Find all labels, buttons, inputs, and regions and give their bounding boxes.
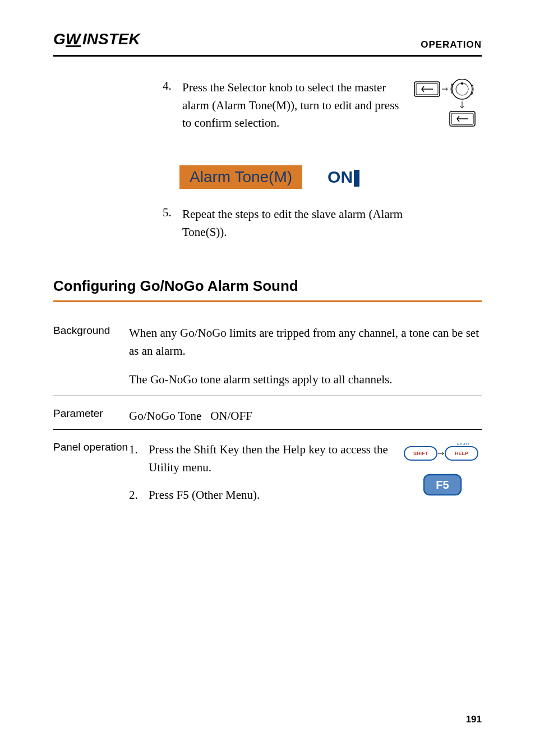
- background-row: Background When any Go/NoGo limits are t…: [53, 324, 482, 396]
- shift-label-text: SHIFT: [413, 451, 428, 456]
- parameter-row: Parameter Go/NoGo Tone ON/OFF: [53, 403, 482, 430]
- f5-key-icon: F5: [403, 474, 482, 502]
- brand-logo: G W INSTEK: [53, 31, 160, 52]
- step-text: Press F5 (Other Menu).: [149, 486, 403, 504]
- alarm-tone-label: Alarm Tone(M): [179, 165, 302, 189]
- section-label: OPERATION: [421, 39, 482, 50]
- svg-text:G: G: [53, 31, 66, 48]
- panel-step-2: 2. Press F5 (Other Menu).: [129, 486, 403, 504]
- cursor-icon: [354, 170, 359, 187]
- shift-help-icon: UTILITY SHIFT HELP: [403, 441, 482, 467]
- info-content: Go/NoGo Tone ON/OFF: [129, 407, 482, 425]
- info-label: Background: [53, 324, 129, 389]
- svg-text:INSTEK: INSTEK: [82, 31, 141, 48]
- page-number: 191: [466, 714, 482, 725]
- step-text: Repeat the steps to edit the slave alarm…: [182, 206, 409, 241]
- page-header: G W INSTEK OPERATION: [53, 31, 482, 57]
- step-number: 1.: [129, 441, 149, 476]
- alarm-display: Alarm Tone(M) ON: [179, 165, 482, 189]
- info-label: Parameter: [53, 407, 129, 425]
- svg-point-6: [456, 83, 468, 95]
- panel-operation-row: Panel operation 1. Press the Shift Key t…: [53, 437, 482, 521]
- info-content: When any Go/NoGo limits are tripped from…: [129, 324, 482, 389]
- panel-content: 1. Press the Shift Key then the Help key…: [129, 441, 482, 514]
- section-title: Configuring Go/NoGo Alarm Sound: [53, 277, 482, 302]
- svg-text:W: W: [66, 31, 82, 48]
- background-p1: When any Go/NoGo limits are tripped from…: [129, 324, 482, 360]
- step-5-row: 5. Repeat the steps to edit the slave al…: [53, 206, 482, 241]
- svg-point-5: [452, 79, 472, 99]
- selector-knob-icon: [409, 79, 482, 137]
- step-text: Press the Shift Key then the Help key to…: [149, 441, 403, 476]
- utility-label-text: UTILITY: [457, 442, 469, 446]
- background-p2: The Go-NoGo tone alarm settings apply to…: [129, 371, 482, 389]
- alarm-state: ON: [328, 168, 359, 187]
- panel-step-1: 1. Press the Shift Key then the Help key…: [129, 441, 403, 476]
- step-number: 4.: [163, 79, 182, 137]
- svg-point-7: [461, 82, 463, 85]
- f5-label-text: F5: [436, 479, 449, 491]
- step-number: 5.: [163, 206, 182, 241]
- step-text: Press the Selector knob to select the ma…: [182, 79, 409, 137]
- step-number: 2.: [129, 486, 149, 504]
- help-label-text: HELP: [455, 451, 468, 456]
- info-label: Panel operation: [53, 441, 129, 514]
- step-4-row: 4. Press the Selector knob to select the…: [53, 79, 482, 137]
